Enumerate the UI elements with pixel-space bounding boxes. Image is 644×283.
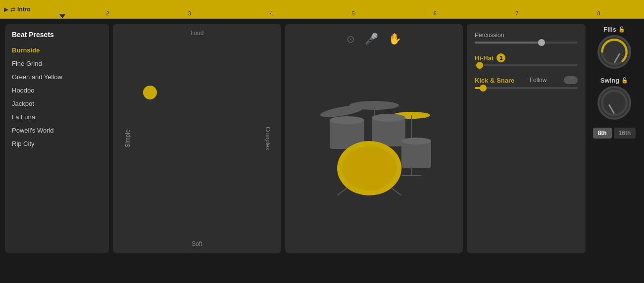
ruler-mark-3: 3 [188,10,191,16]
sidebar-item-hoodoo[interactable]: Hoodoo [5,84,109,97]
percussion-label: Percussion [475,32,578,39]
sidebar: Beat Presets Burnside Fine Grind Green a… [5,24,109,253]
svg-point-14 [342,146,396,190]
beat-pad-loud-label: Loud [191,30,204,37]
swing-label: Swing 🔓 [600,77,628,84]
svg-point-10 [372,114,405,122]
swing-lock-icon[interactable]: 🔓 [621,77,628,84]
sidebar-header: Beat Presets [5,29,109,44]
drum-kit-svg [315,82,434,195]
sidebar-item-la-luna[interactable]: La Luna [5,110,109,124]
controls-panel: Percussion Hi-Hat 1 Kick & Snare Follow [467,24,586,253]
beat-pad-simple-label: Simple [124,130,131,148]
swing-knob-arc [599,86,629,120]
sidebar-item-fine-grind[interactable]: Fine Grind [5,57,109,70]
hihat-slider[interactable] [475,64,578,66]
svg-point-8 [330,116,364,124]
playhead [59,14,65,18]
play-icon[interactable]: ▶ [4,6,8,13]
svg-line-16 [392,188,401,195]
sidebar-item-green-and-yellow[interactable]: Green and Yellow [5,70,109,84]
hihat-badge: 1 [496,53,505,62]
kick-snare-section: Kick & Snare Follow [475,76,578,89]
bottom-bar [0,258,644,283]
sidebar-item-rip-city[interactable]: Rip City [5,137,109,150]
follow-toggle[interactable] [564,76,578,84]
kick-snare-row: Kick & Snare Follow [475,76,578,84]
swing-knob-container: Swing 🔓 [597,77,631,120]
sixteenth-note-button[interactable]: 16th [614,128,636,139]
beat-dot[interactable] [143,86,157,99]
loop-icon[interactable]: ⇄ [10,6,15,13]
mic-icon[interactable]: 🎤 [365,33,378,46]
eighth-note-button[interactable]: 8th [593,128,612,139]
beat-pad-complex-label: Complex [264,127,271,150]
shaker-icon[interactable]: ⊙ [347,33,355,45]
kick-snare-label: Kick & Snare [475,77,514,84]
kick-snare-slider[interactable] [475,87,578,89]
percussion-slider[interactable] [475,42,578,44]
sidebar-item-burnside[interactable]: Burnside [5,44,109,57]
fills-knob-container: Fills 🔓 [597,26,631,69]
ruler-mark-2: 2 [106,10,109,16]
hihat-section: Hi-Hat 1 [475,53,578,66]
main-container: Beat Presets Burnside Fine Grind Green a… [0,19,644,258]
fills-knob-arc [599,35,629,69]
hihat-label: Hi-Hat 1 [475,53,578,62]
sidebar-item-jackpot[interactable]: Jackpot [5,97,109,110]
beat-pad[interactable]: Loud Soft Simple Complex [113,24,281,253]
svg-point-12 [401,138,431,144]
percussion-section: Percussion [475,32,578,44]
timeline-bar: ▶ ⇄ Intro 2 3 4 5 6 7 8 [0,0,644,19]
svg-rect-11 [401,141,431,168]
fills-knob[interactable] [597,35,631,69]
sidebar-item-powells-world[interactable]: Powell's World [5,124,109,137]
ruler-mark-7: 7 [515,10,518,16]
ruler-mark-6: 6 [434,10,437,16]
timeline-label: Intro [17,6,31,13]
beat-pad-soft-label: Soft [192,240,202,247]
drum-icons-row: ⊙ 🎤 ✋ [347,33,401,46]
fills-label: Fills 🔓 [603,26,625,33]
hand-icon[interactable]: ✋ [388,33,401,46]
svg-point-19 [602,91,626,115]
note-buttons: 8th 16th [593,128,636,139]
drum-area: ⊙ 🎤 ✋ [285,24,463,253]
svg-line-15 [337,188,347,195]
timeline-controls: ▶ ⇄ Intro [0,6,59,13]
fills-lock-icon[interactable]: 🔓 [618,26,625,33]
ruler-mark-8: 8 [597,10,600,16]
swing-knob[interactable] [597,86,631,120]
follow-label: Follow [530,77,547,84]
ruler-mark-5: 5 [352,10,355,16]
fills-swing-panel: Fills 🔓 Swing 🔓 [590,24,639,253]
timeline-ruler: 2 3 4 5 6 7 8 [59,0,644,18]
ruler-mark-4: 4 [270,10,273,16]
